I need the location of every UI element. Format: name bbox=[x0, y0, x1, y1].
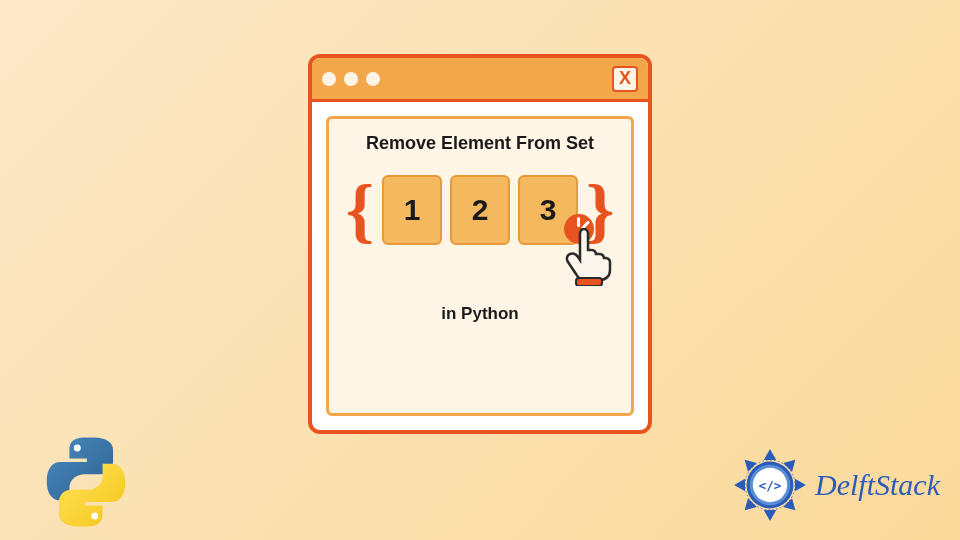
python-logo-icon bbox=[38, 434, 134, 530]
window-titlebar: X bbox=[312, 58, 648, 102]
dot-icon bbox=[344, 72, 358, 86]
svg-text:</>: </> bbox=[759, 478, 782, 493]
delftstack-logo: </> DelftStack bbox=[731, 446, 940, 524]
hand-cursor-icon bbox=[562, 228, 616, 286]
svg-point-1 bbox=[74, 444, 81, 451]
set-item: 1 bbox=[382, 175, 442, 245]
traffic-lights bbox=[322, 72, 380, 86]
page-subtitle: in Python bbox=[441, 304, 518, 324]
pointer-hand-icon bbox=[552, 216, 622, 286]
close-button[interactable]: X bbox=[612, 66, 638, 92]
dot-icon bbox=[366, 72, 380, 86]
dot-icon bbox=[322, 72, 336, 86]
delftstack-emblem-icon: </> bbox=[731, 446, 809, 524]
illustration-window: X Remove Element From Set { 1 2 3 } in P… bbox=[308, 54, 652, 434]
window-content: Remove Element From Set { 1 2 3 } in Pyt… bbox=[326, 116, 634, 416]
set-item: 2 bbox=[450, 175, 510, 245]
page-title: Remove Element From Set bbox=[366, 133, 594, 154]
delftstack-wordmark: DelftStack bbox=[815, 468, 940, 502]
close-icon: X bbox=[619, 68, 631, 89]
set-visual: { 1 2 3 } bbox=[346, 174, 615, 246]
svg-point-2 bbox=[91, 513, 98, 520]
svg-rect-0 bbox=[576, 278, 602, 286]
brace-open-icon: { bbox=[346, 174, 374, 246]
